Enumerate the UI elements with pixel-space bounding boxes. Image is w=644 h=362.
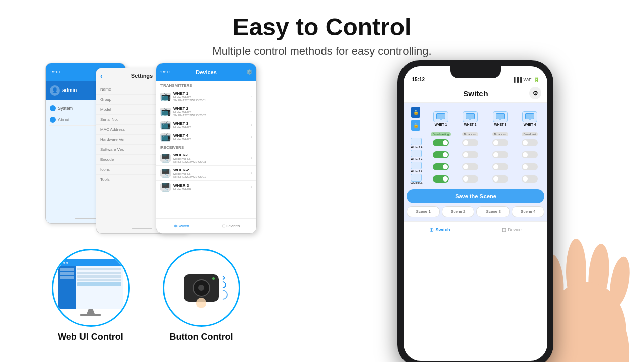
whet4-col-header: WHET-4 <box>515 111 544 126</box>
web-ui-topbar <box>58 259 123 266</box>
web-ui-control-item: Web UI Control <box>40 249 141 342</box>
wher3-toggle3[interactable] <box>492 163 508 170</box>
wher1-t2 <box>455 139 485 146</box>
phone-notch <box>450 66 501 78</box>
ss3-tab-devices[interactable]: ⊞ Devices <box>206 219 256 233</box>
ss3-wher1: 🖥️ WHER-1 Model:WHER SN:EHE2202W22Y2003 … <box>156 151 256 166</box>
ss1-avatar: 👤 <box>50 85 60 96</box>
web-ui-row1 <box>77 268 121 270</box>
wher2-t3 <box>485 151 515 158</box>
ss3-tab-switch[interactable]: ⊕ Switch <box>156 219 206 233</box>
wher4-toggle4[interactable] <box>522 175 538 183</box>
whet3-label: WHET-3 <box>494 123 507 126</box>
wifi-arc1 <box>220 275 225 281</box>
web-ui-row3 <box>77 275 121 278</box>
wher1-toggle3[interactable] <box>492 139 508 146</box>
wher4-label-col: WHER-4 <box>407 174 426 185</box>
app-header-bar: Switch ⚙ <box>404 84 547 103</box>
wher3-label-col: WHER-3 <box>407 162 426 172</box>
wher3-toggle2[interactable] <box>462 163 478 170</box>
wher1-t1 <box>426 139 455 146</box>
button-control-item: Button Control <box>151 249 252 342</box>
wher2-toggle2[interactable] <box>462 151 478 158</box>
broadcast-col3: Broadcast <box>485 132 515 136</box>
wher4-toggle1[interactable] <box>433 175 449 183</box>
scene1-btn[interactable]: Scene 1 <box>407 206 440 217</box>
broadcast-col4: Broadcast <box>515 132 544 136</box>
screenshot-devices: 15:11 Devices ⚙️ Transmitters 📺 WHET-1 M… <box>156 63 257 234</box>
svg-rect-2 <box>440 119 442 120</box>
app-signal-icon: ▐▐▐ <box>512 77 522 82</box>
header-row: 🔒 🔓 WH <box>407 107 544 131</box>
broadcast-col2: Broadcast <box>455 132 485 136</box>
app-screen-title: Switch <box>463 89 488 98</box>
ss3-whet3-chevron: › <box>251 123 252 127</box>
wher4-t4 <box>515 175 544 183</box>
switch-grid-area: 🔒 🔓 WH <box>404 103 547 221</box>
wher1-text-label: WHER-1 <box>411 145 423 148</box>
nav-switch-tab[interactable]: ⊕ Switch <box>404 227 475 233</box>
wher4-toggle2[interactable] <box>462 175 478 183</box>
wher2-toggle3[interactable] <box>492 151 508 158</box>
ss1-system-icon <box>50 105 56 111</box>
scene3-btn[interactable]: Scene 3 <box>476 206 510 217</box>
ss3-whet1-chevron: › <box>251 94 252 99</box>
lock-icon-bottom: 🔓 <box>411 120 420 131</box>
ss3-device-icon-tab: ⊞ <box>222 224 226 228</box>
svg-rect-11 <box>529 119 531 120</box>
control-icons-row: Web UI Control <box>40 249 252 342</box>
nav-device-tab[interactable]: ⊞ Device <box>475 227 547 233</box>
app-gear-btn[interactable]: ⚙ <box>529 87 541 99</box>
ss3-wher3: 🖥️ WHER-3 Model:WHER › <box>156 181 256 193</box>
monitor-stand <box>86 309 96 314</box>
wher1-t4 <box>515 139 544 146</box>
wher1-toggle1[interactable] <box>433 139 449 146</box>
svg-rect-8 <box>499 119 501 120</box>
wher3-icon <box>411 162 422 169</box>
right-content: 15:12 ▐▐▐ WiFi 🔋 Switch ⚙ <box>323 63 629 362</box>
whet1-icon <box>433 111 448 122</box>
wifi-arcs <box>221 276 228 300</box>
web-ui-circle <box>52 249 130 327</box>
nav-switch-icon: ⊕ <box>429 227 434 233</box>
wher3-toggle1[interactable] <box>433 163 449 170</box>
wher3-t3 <box>485 163 515 170</box>
scene-buttons-row: Scene 1 Scene 2 Scene 3 Scene 4 <box>407 206 544 217</box>
wher2-toggle1[interactable] <box>433 151 449 158</box>
ss1-system-label: System <box>58 106 73 111</box>
web-ui-row2 <box>77 272 121 274</box>
phone-screen-area: 15:12 ▐▐▐ WiFi 🔋 Switch ⚙ <box>404 66 547 361</box>
page-container: Easy to Control Multiple control methods… <box>0 0 644 362</box>
wher1-toggle2[interactable] <box>462 139 478 146</box>
whet3-icon <box>493 111 508 122</box>
wher3-t4 <box>515 163 544 170</box>
scene4-btn[interactable]: Scene 4 <box>512 206 545 217</box>
ss3-wher3-icon: 🖥️ <box>160 183 171 191</box>
web-ui-sidebar-item1 <box>60 268 74 271</box>
wher3-toggle4[interactable] <box>522 163 538 170</box>
ss2-home-indicator <box>132 228 152 229</box>
wher2-toggles <box>426 151 544 158</box>
ss3-wher1-chevron: › <box>251 156 252 160</box>
app-battery-icon: 🔋 <box>534 77 539 82</box>
wher4-row: WHER-4 <box>407 174 544 185</box>
wher2-toggle4[interactable] <box>522 151 538 158</box>
whet1-label: WHET-1 <box>435 123 447 126</box>
broadcasting-badge: Broadcasting <box>431 132 451 136</box>
nav-device-label: Device <box>508 227 522 232</box>
broadcast-col1: Broadcasting <box>426 132 455 136</box>
whet2-col-header: WHET-2 <box>455 111 485 126</box>
ss2-title: Settings <box>131 73 153 79</box>
wher4-toggle3[interactable] <box>492 175 508 183</box>
app-phone-wrapper: 15:12 ▐▐▐ WiFi 🔋 Switch ⚙ <box>397 60 553 362</box>
ss3-footer: ⊕ Switch ⊞ Devices <box>156 218 256 233</box>
scene2-btn[interactable]: Scene 2 <box>442 206 475 217</box>
ss3-receivers-label: Receivers <box>156 143 256 151</box>
web-ui-label: Web UI Control <box>58 332 123 342</box>
web-ui-mock <box>58 259 123 309</box>
ss3-wher2-icon: 🖥️ <box>160 169 171 177</box>
ss3-switch-label: Switch <box>177 224 189 228</box>
wher1-toggle4[interactable] <box>522 139 538 146</box>
save-scene-button[interactable]: Save the Scene <box>407 189 544 203</box>
wher3-t1 <box>426 163 455 170</box>
